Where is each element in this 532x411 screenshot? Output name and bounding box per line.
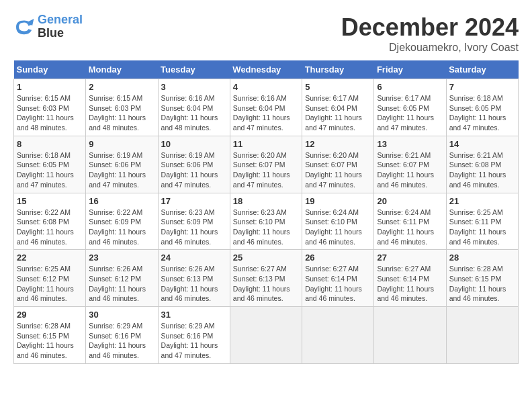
day-number: 14 bbox=[449, 139, 515, 149]
page-header: General Blue December 2024 Djekouamekro,… bbox=[13, 13, 519, 54]
day-info: Sunrise: 6:22 AM Sunset: 6:09 PM Dayligh… bbox=[89, 208, 154, 247]
day-number: 16 bbox=[89, 196, 154, 206]
calendar-cell bbox=[230, 307, 302, 364]
calendar-cell: 3Sunrise: 6:16 AM Sunset: 6:04 PM Daylig… bbox=[158, 79, 230, 136]
calendar-week-2: 8Sunrise: 6:18 AM Sunset: 6:05 PM Daylig… bbox=[14, 136, 519, 193]
day-number: 22 bbox=[17, 253, 83, 263]
calendar-cell: 5Sunrise: 6:17 AM Sunset: 6:04 PM Daylig… bbox=[302, 79, 374, 136]
day-number: 15 bbox=[17, 196, 83, 206]
calendar-week-1: 1Sunrise: 6:15 AM Sunset: 6:03 PM Daylig… bbox=[14, 79, 519, 136]
day-number: 27 bbox=[377, 253, 443, 263]
day-number: 1 bbox=[17, 82, 83, 92]
calendar-cell: 31Sunrise: 6:29 AM Sunset: 6:16 PM Dayli… bbox=[158, 307, 230, 364]
day-info: Sunrise: 6:27 AM Sunset: 6:14 PM Dayligh… bbox=[305, 264, 371, 304]
day-info: Sunrise: 6:25 AM Sunset: 6:11 PM Dayligh… bbox=[449, 208, 515, 247]
calendar-cell: 28Sunrise: 6:28 AM Sunset: 6:15 PM Dayli… bbox=[446, 250, 518, 307]
day-info: Sunrise: 6:20 AM Sunset: 6:07 PM Dayligh… bbox=[305, 150, 371, 190]
day-number: 20 bbox=[377, 196, 443, 206]
day-info: Sunrise: 6:26 AM Sunset: 6:13 PM Dayligh… bbox=[161, 264, 227, 304]
month-title: December 2024 bbox=[341, 13, 519, 42]
calendar-week-3: 15Sunrise: 6:22 AM Sunset: 6:08 PM Dayli… bbox=[14, 193, 519, 250]
day-info: Sunrise: 6:21 AM Sunset: 6:08 PM Dayligh… bbox=[449, 150, 515, 190]
day-number: 29 bbox=[17, 310, 83, 320]
day-info: Sunrise: 6:19 AM Sunset: 6:06 PM Dayligh… bbox=[161, 150, 227, 190]
day-number: 12 bbox=[305, 139, 371, 149]
calendar-cell: 12Sunrise: 6:20 AM Sunset: 6:07 PM Dayli… bbox=[302, 136, 374, 193]
day-info: Sunrise: 6:15 AM Sunset: 6:03 PM Dayligh… bbox=[17, 93, 83, 133]
day-number: 31 bbox=[161, 310, 227, 320]
header-thursday: Thursday bbox=[302, 60, 374, 79]
calendar-cell: 17Sunrise: 6:23 AM Sunset: 6:09 PM Dayli… bbox=[158, 193, 230, 250]
day-number: 23 bbox=[89, 253, 154, 263]
header-saturday: Saturday bbox=[446, 60, 518, 79]
title-section: December 2024 Djekouamekro, Ivory Coast bbox=[341, 13, 519, 54]
day-info: Sunrise: 6:28 AM Sunset: 6:15 PM Dayligh… bbox=[449, 264, 515, 304]
calendar-cell: 6Sunrise: 6:17 AM Sunset: 6:05 PM Daylig… bbox=[374, 79, 446, 136]
calendar-cell: 27Sunrise: 6:27 AM Sunset: 6:14 PM Dayli… bbox=[374, 250, 446, 307]
day-info: Sunrise: 6:15 AM Sunset: 6:03 PM Dayligh… bbox=[89, 93, 154, 133]
calendar-cell: 15Sunrise: 6:22 AM Sunset: 6:08 PM Dayli… bbox=[14, 193, 86, 250]
calendar-cell: 30Sunrise: 6:29 AM Sunset: 6:16 PM Dayli… bbox=[86, 307, 158, 364]
day-info: Sunrise: 6:25 AM Sunset: 6:12 PM Dayligh… bbox=[17, 264, 83, 304]
calendar-cell: 23Sunrise: 6:26 AM Sunset: 6:12 PM Dayli… bbox=[86, 250, 158, 307]
day-info: Sunrise: 6:19 AM Sunset: 6:06 PM Dayligh… bbox=[89, 150, 154, 190]
day-info: Sunrise: 6:17 AM Sunset: 6:04 PM Dayligh… bbox=[305, 93, 371, 133]
day-info: Sunrise: 6:23 AM Sunset: 6:10 PM Dayligh… bbox=[233, 208, 299, 247]
calendar-cell: 7Sunrise: 6:18 AM Sunset: 6:05 PM Daylig… bbox=[446, 79, 518, 136]
calendar-cell: 25Sunrise: 6:27 AM Sunset: 6:13 PM Dayli… bbox=[230, 250, 302, 307]
calendar-week-4: 22Sunrise: 6:25 AM Sunset: 6:12 PM Dayli… bbox=[14, 250, 519, 307]
day-info: Sunrise: 6:28 AM Sunset: 6:15 PM Dayligh… bbox=[17, 321, 83, 361]
calendar-cell bbox=[374, 307, 446, 364]
calendar-cell: 24Sunrise: 6:26 AM Sunset: 6:13 PM Dayli… bbox=[158, 250, 230, 307]
calendar-cell: 4Sunrise: 6:16 AM Sunset: 6:04 PM Daylig… bbox=[230, 79, 302, 136]
day-info: Sunrise: 6:16 AM Sunset: 6:04 PM Dayligh… bbox=[161, 93, 227, 133]
calendar-cell: 20Sunrise: 6:24 AM Sunset: 6:11 PM Dayli… bbox=[374, 193, 446, 250]
day-number: 2 bbox=[89, 82, 154, 92]
header-wednesday: Wednesday bbox=[230, 60, 302, 79]
day-number: 7 bbox=[449, 82, 515, 92]
day-number: 4 bbox=[233, 82, 299, 92]
day-info: Sunrise: 6:26 AM Sunset: 6:12 PM Dayligh… bbox=[89, 264, 154, 304]
calendar-cell: 26Sunrise: 6:27 AM Sunset: 6:14 PM Dayli… bbox=[302, 250, 374, 307]
day-number: 5 bbox=[305, 82, 371, 92]
day-number: 25 bbox=[233, 253, 299, 263]
calendar-cell: 19Sunrise: 6:24 AM Sunset: 6:10 PM Dayli… bbox=[302, 193, 374, 250]
calendar-cell: 11Sunrise: 6:20 AM Sunset: 6:07 PM Dayli… bbox=[230, 136, 302, 193]
day-info: Sunrise: 6:27 AM Sunset: 6:13 PM Dayligh… bbox=[233, 264, 299, 304]
calendar-cell: 2Sunrise: 6:15 AM Sunset: 6:03 PM Daylig… bbox=[86, 79, 158, 136]
calendar-cell: 29Sunrise: 6:28 AM Sunset: 6:15 PM Dayli… bbox=[14, 307, 86, 364]
day-info: Sunrise: 6:24 AM Sunset: 6:10 PM Dayligh… bbox=[305, 208, 371, 247]
day-info: Sunrise: 6:24 AM Sunset: 6:11 PM Dayligh… bbox=[377, 208, 443, 247]
calendar-cell: 9Sunrise: 6:19 AM Sunset: 6:06 PM Daylig… bbox=[86, 136, 158, 193]
header-sunday: Sunday bbox=[14, 60, 86, 79]
day-number: 8 bbox=[17, 139, 83, 149]
calendar-cell: 1Sunrise: 6:15 AM Sunset: 6:03 PM Daylig… bbox=[14, 79, 86, 136]
calendar-table: SundayMondayTuesdayWednesdayThursdayFrid… bbox=[13, 60, 519, 364]
day-number: 19 bbox=[305, 196, 371, 206]
calendar-cell: 22Sunrise: 6:25 AM Sunset: 6:12 PM Dayli… bbox=[14, 250, 86, 307]
header-monday: Monday bbox=[86, 60, 158, 79]
day-number: 21 bbox=[449, 196, 515, 206]
calendar-cell: 14Sunrise: 6:21 AM Sunset: 6:08 PM Dayli… bbox=[446, 136, 518, 193]
day-number: 13 bbox=[377, 139, 443, 149]
day-info: Sunrise: 6:18 AM Sunset: 6:05 PM Dayligh… bbox=[449, 93, 515, 133]
header-friday: Friday bbox=[374, 60, 446, 79]
logo-text: General Blue bbox=[38, 13, 83, 40]
day-number: 9 bbox=[89, 139, 154, 149]
day-info: Sunrise: 6:20 AM Sunset: 6:07 PM Dayligh… bbox=[233, 150, 299, 190]
day-number: 6 bbox=[377, 82, 443, 92]
day-info: Sunrise: 6:27 AM Sunset: 6:14 PM Dayligh… bbox=[377, 264, 443, 304]
day-number: 26 bbox=[305, 253, 371, 263]
day-number: 30 bbox=[89, 310, 154, 320]
logo: General Blue bbox=[13, 13, 83, 40]
calendar-cell: 13Sunrise: 6:21 AM Sunset: 6:07 PM Dayli… bbox=[374, 136, 446, 193]
calendar-cell bbox=[446, 307, 518, 364]
calendar-cell: 21Sunrise: 6:25 AM Sunset: 6:11 PM Dayli… bbox=[446, 193, 518, 250]
day-info: Sunrise: 6:21 AM Sunset: 6:07 PM Dayligh… bbox=[377, 150, 443, 190]
calendar-header-row: SundayMondayTuesdayWednesdayThursdayFrid… bbox=[14, 60, 519, 79]
day-info: Sunrise: 6:29 AM Sunset: 6:16 PM Dayligh… bbox=[161, 321, 227, 361]
day-number: 18 bbox=[233, 196, 299, 206]
day-number: 28 bbox=[449, 253, 515, 263]
calendar-cell: 10Sunrise: 6:19 AM Sunset: 6:06 PM Dayli… bbox=[158, 136, 230, 193]
day-number: 10 bbox=[161, 139, 227, 149]
